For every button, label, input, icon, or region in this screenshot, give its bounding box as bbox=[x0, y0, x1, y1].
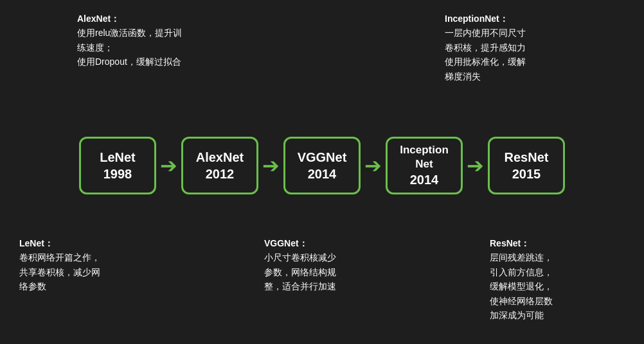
lenet-year: 1998 bbox=[103, 166, 132, 182]
lenet-annotation-line1: 卷积网络开篇之作， bbox=[19, 250, 135, 264]
resnet-annotation-line3: 缓解模型退化， bbox=[490, 279, 618, 293]
arrow-2: ➔ bbox=[262, 155, 280, 176]
resnet-annotation-line4: 使神经网络层数 bbox=[490, 294, 618, 308]
inceptionnet-annotation-title: InceptionNet： bbox=[445, 12, 586, 26]
resnet-name: ResNet bbox=[505, 149, 549, 166]
inceptionnet-name: Inception bbox=[400, 143, 449, 157]
vggnet-annotation-line3: 整，适合并行加速 bbox=[264, 279, 393, 293]
inceptionnet-annotation-line4: 梯度消失 bbox=[445, 69, 586, 83]
lenet-name: LeNet bbox=[100, 149, 136, 166]
vggnet-year: 2014 bbox=[308, 166, 337, 182]
resnet-annotation-line2: 引入前方信息， bbox=[490, 265, 618, 279]
resnet-box: ResNet 2015 bbox=[488, 137, 565, 194]
alexnet-annotation-line2: 练速度； bbox=[77, 40, 206, 55]
alexnet-year: 2012 bbox=[206, 166, 235, 182]
resnet-annotation-line5: 加深成为可能 bbox=[490, 308, 618, 322]
vggnet-box: VGGNet 2014 bbox=[283, 137, 361, 194]
alexnet-annotation: AlexNet： 使用relu激活函数，提升训 练速度； 使用Dropout，缓… bbox=[77, 12, 206, 69]
alexnet-annotation-line1: 使用relu激活函数，提升训 bbox=[77, 26, 206, 40]
arrow-1: ➔ bbox=[160, 155, 177, 176]
arrow-3: ➔ bbox=[364, 155, 382, 176]
alexnet-annotation-title: AlexNet： bbox=[77, 12, 206, 26]
resnet-annotation: ResNet： 层间残差跳连， 引入前方信息， 缓解模型退化， 使神经网络层数 … bbox=[490, 236, 618, 322]
arrow-4: ➔ bbox=[467, 155, 484, 176]
lenet-annotation: LeNet： 卷积网络开篇之作， 共享卷积核，减少网 络参数 bbox=[19, 236, 135, 294]
top-annotations-row: AlexNet： 使用relu激活函数，提升训 练速度； 使用Dropout，缓… bbox=[13, 12, 631, 95]
inceptionnet-annotation-line1: 一层内使用不同尺寸 bbox=[445, 26, 586, 40]
resnet-annotation-line1: 层间残差跳连， bbox=[490, 250, 618, 264]
vggnet-annotation-line1: 小尺寸卷积核减少 bbox=[264, 250, 393, 264]
lenet-box: LeNet 1998 bbox=[79, 137, 156, 194]
vggnet-name: VGGNet bbox=[298, 149, 347, 166]
lenet-annotation-line2: 共享卷积核，减少网 bbox=[19, 265, 135, 279]
alexnet-box: AlexNet 2012 bbox=[181, 137, 258, 194]
network-row: LeNet 1998 ➔ AlexNet 2012 ➔ VGGNet 2014 … bbox=[13, 137, 631, 194]
inceptionnet-box: Inception Net 2014 bbox=[386, 137, 463, 194]
bottom-annotations-row: LeNet： 卷积网络开篇之作， 共享卷积核，减少网 络参数 VGGNet： 小… bbox=[13, 236, 631, 332]
inceptionnet-annotation: InceptionNet： 一层内使用不同尺寸 卷积核，提升感知力 使用批标准化… bbox=[445, 12, 586, 83]
lenet-annotation-title: LeNet： bbox=[19, 236, 135, 250]
inceptionnet-year: 2014 bbox=[410, 171, 439, 188]
main-container: AlexNet： 使用relu激活函数，提升训 练速度； 使用Dropout，缓… bbox=[0, 0, 644, 344]
inceptionnet-annotation-line3: 使用批标准化，缓解 bbox=[445, 55, 586, 69]
resnet-year: 2015 bbox=[512, 166, 541, 182]
resnet-annotation-title: ResNet： bbox=[490, 236, 618, 250]
vggnet-annotation: VGGNet： 小尺寸卷积核减少 参数，网络结构规 整，适合并行加速 bbox=[264, 236, 393, 294]
alexnet-annotation-line3: 使用Dropout，缓解过拟合 bbox=[77, 55, 206, 69]
inceptionnet-name2: Net bbox=[415, 157, 433, 171]
inceptionnet-annotation-line2: 卷积核，提升感知力 bbox=[445, 40, 586, 55]
alexnet-name: AlexNet bbox=[196, 149, 244, 166]
lenet-annotation-line3: 络参数 bbox=[19, 279, 135, 293]
vggnet-annotation-title: VGGNet： bbox=[264, 236, 393, 250]
vggnet-annotation-line2: 参数，网络结构规 bbox=[264, 265, 393, 279]
